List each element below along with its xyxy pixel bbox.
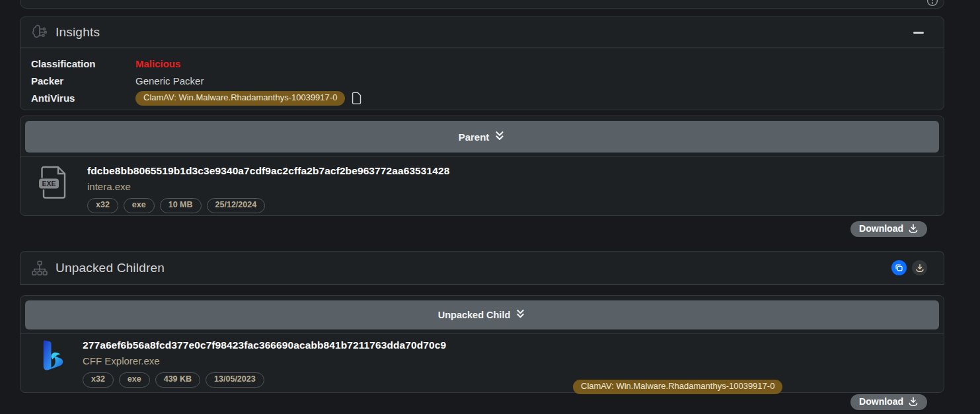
svg-text:EXE: EXE	[42, 180, 56, 188]
parent-file-info: fdcbe8bb8065519b1d3c3e9340a7cdf9ac2cffa2…	[87, 165, 449, 213]
child-file-info: 277a6ef6b56a8fcd377e0c7f98423fac366690ac…	[83, 339, 446, 388]
collapse-icon[interactable]	[913, 28, 924, 37]
child-download-button[interactable]: Download	[850, 394, 927, 410]
chevrons-down-icon	[515, 308, 526, 322]
parent-hash: fdcbe8bb8065519b1d3c3e9340a7cdf9ac2cffa2…	[87, 165, 449, 177]
unpacked-child-header-bar[interactable]: Unpacked Child	[25, 300, 939, 329]
unpacked-child-card: Unpacked Child 277a6ef6b56a8fcd377e0c7f9…	[20, 295, 944, 393]
classification-label: Classification	[31, 58, 135, 69]
unpacked-children-actions	[891, 260, 927, 275]
child-antivirus-badge[interactable]: ClamAV: Win.Malware.Rhadamanthys-1003991…	[573, 380, 782, 394]
classification-row: Classification Malicious	[31, 57, 933, 70]
tag-date: 13/05/2023	[206, 372, 264, 388]
copy-all-button[interactable]	[891, 260, 907, 275]
brain-circuit-icon	[31, 24, 48, 41]
download-icon	[908, 396, 919, 407]
copy-icon	[895, 263, 903, 272]
download-icon	[915, 263, 924, 273]
parent-tags: x32 exe 10 MB 25/12/2024	[87, 198, 449, 213]
packer-row: Packer Generic Packer	[31, 74, 933, 87]
classification-value: Malicious	[135, 58, 180, 69]
chevrons-down-icon	[494, 130, 506, 144]
tag-arch: x32	[87, 198, 118, 213]
child-filename: CFF Explorer.exe	[83, 355, 446, 366]
tag-date: 25/12/2024	[207, 198, 266, 213]
antivirus-row: AntiVirus ClamAV: Win.Malware.Rhadamanth…	[31, 91, 933, 106]
sitemap-icon	[31, 259, 48, 277]
insights-header: Insights	[20, 17, 944, 48]
antivirus-badge[interactable]: ClamAV: Win.Malware.Rhadamanthys-1003991…	[135, 91, 345, 106]
tag-type: exe	[119, 372, 150, 388]
unpacked-child-header-label: Unpacked Child	[438, 310, 511, 320]
unpacked-children-header: Unpacked Children	[20, 251, 944, 285]
parent-header-wrap: Parent	[20, 116, 944, 157]
parent-filename: intera.exe	[87, 181, 449, 192]
parent-card: Parent EXE fdcbe8bb8065519b1d3c3e9340a7c…	[20, 116, 944, 216]
child-hash: 277a6ef6b56a8fcd377e0c7f98423fac366690ac…	[83, 339, 446, 351]
tag-size: 10 MB	[160, 198, 202, 213]
download-icon	[908, 223, 919, 234]
tag-arch: x32	[83, 372, 114, 388]
insights-title: Insights	[56, 25, 100, 40]
download-label: Download	[859, 223, 903, 234]
cff-explorer-icon	[40, 339, 69, 376]
insights-body: Classification Malicious Packer Generic …	[20, 48, 944, 106]
insights-card: Insights Classification Malicious Packer…	[20, 17, 944, 110]
exe-file-icon: EXE	[38, 166, 67, 201]
info-icon[interactable]	[926, 0, 938, 7]
download-all-button[interactable]	[912, 260, 927, 275]
parent-file-row: EXE fdcbe8bb8065519b1d3c3e9340a7cdf9ac2c…	[20, 157, 944, 213]
parent-header-label: Parent	[459, 131, 490, 143]
packer-label: Packer	[31, 75, 135, 86]
packer-value: Generic Packer	[135, 75, 204, 86]
unpacked-child-header-wrap: Unpacked Child	[20, 296, 944, 334]
tag-size: 439 KB	[155, 372, 200, 388]
download-label: Download	[859, 396, 903, 407]
unpacked-children-title: Unpacked Children	[56, 261, 165, 275]
child-tags: x32 exe 439 KB 13/05/2023	[83, 372, 446, 388]
parent-header-bar[interactable]: Parent	[25, 121, 939, 153]
antivirus-label: AntiVirus	[31, 92, 135, 104]
tag-type: exe	[124, 198, 155, 213]
copy-page-icon[interactable]	[352, 92, 361, 104]
child-file-row: 277a6ef6b56a8fcd377e0c7f98423fac366690ac…	[20, 334, 944, 388]
previous-section-bottom	[20, 0, 944, 9]
parent-download-button[interactable]: Download	[850, 221, 927, 237]
